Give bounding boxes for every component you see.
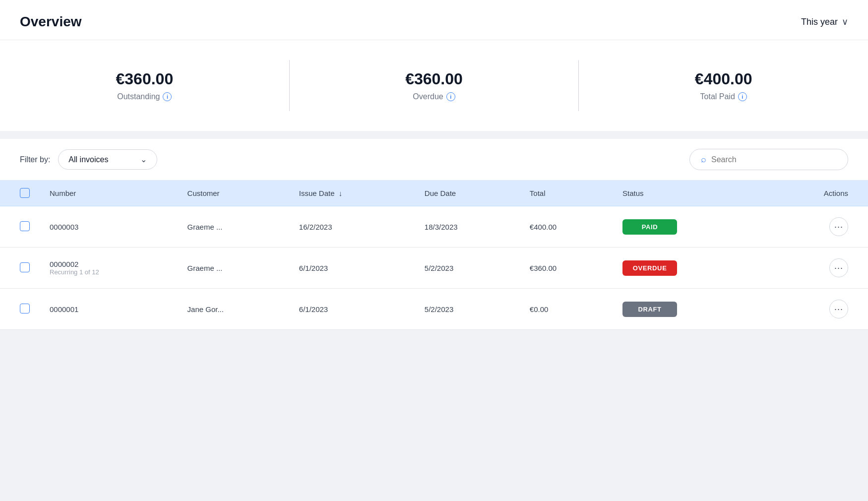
filter-left: Filter by: All invoices ⌄	[20, 149, 157, 170]
actions-button-2[interactable]: ···	[829, 300, 848, 318]
column-issue-date[interactable]: Issue Date ↓	[289, 180, 415, 206]
filter-dropdown-value: All invoices	[68, 155, 108, 164]
row-number: 0000003	[40, 206, 178, 248]
row-total: €0.00	[520, 289, 613, 330]
total-paid-info-icon[interactable]: i	[738, 92, 747, 101]
column-due-date: Due Date	[415, 180, 520, 206]
row-status: PAID	[613, 206, 760, 248]
row-actions: ···	[760, 206, 868, 248]
page-container: Overview This year ∨ €360.00 Outstanding…	[0, 0, 868, 501]
row-status: DRAFT	[613, 289, 760, 330]
row-issue-date: 6/1/2023	[289, 289, 415, 330]
column-number: Number	[40, 180, 178, 206]
overdue-amount: €360.00	[405, 70, 463, 88]
table-section: Number Customer Issue Date ↓ Due Date To…	[0, 180, 868, 330]
row-checkbox-cell	[0, 206, 40, 248]
invoice-table: Number Customer Issue Date ↓ Due Date To…	[0, 180, 868, 330]
page-title: Overview	[20, 14, 82, 30]
outstanding-label: Outstanding i	[117, 92, 172, 101]
column-actions: Actions	[760, 180, 868, 206]
table-row: 0000003 Graeme ... 16/2/2023 18/3/2023 €…	[0, 206, 868, 248]
outstanding-amount: €360.00	[116, 70, 174, 88]
row-checkbox-cell	[0, 248, 40, 289]
actions-button-1[interactable]: ···	[829, 258, 848, 277]
filter-bar: Filter by: All invoices ⌄ ⌕	[0, 139, 868, 180]
sort-arrow-icon: ↓	[339, 189, 343, 197]
row-due-date: 5/2/2023	[415, 248, 520, 289]
search-box: ⌕	[689, 149, 848, 170]
row-status: OVERDUE	[613, 248, 760, 289]
stat-outstanding: €360.00 Outstanding i	[0, 60, 289, 111]
total-paid-amount: €400.00	[695, 70, 752, 88]
column-customer: Customer	[178, 180, 289, 206]
row-actions: ···	[760, 289, 868, 330]
filter-by-label: Filter by:	[20, 155, 50, 164]
overview-header: Overview This year ∨	[0, 0, 868, 40]
table-row: 0000002 Recurring 1 of 12 Graeme ... 6/1…	[0, 248, 868, 289]
checkbox-header	[0, 180, 40, 206]
stat-overdue: €360.00 Overdue i	[289, 60, 579, 111]
status-badge: OVERDUE	[622, 260, 677, 276]
row-checkbox-cell	[0, 289, 40, 330]
filter-dropdown[interactable]: All invoices ⌄	[58, 149, 157, 170]
row-issue-date: 16/2/2023	[289, 206, 415, 248]
year-filter-button[interactable]: This year ∨	[801, 16, 848, 27]
actions-button-0[interactable]: ···	[829, 217, 848, 236]
row-number: 0000002 Recurring 1 of 12	[40, 248, 178, 289]
search-icon: ⌕	[701, 154, 706, 165]
row-total: €360.00	[520, 248, 613, 289]
row-actions: ···	[760, 248, 868, 289]
row-due-date: 18/3/2023	[415, 206, 520, 248]
row-issue-date: 6/1/2023	[289, 248, 415, 289]
overdue-label: Overdue i	[413, 92, 455, 101]
row-total: €400.00	[520, 206, 613, 248]
row-checkbox-0[interactable]	[20, 221, 30, 231]
select-all-checkbox[interactable]	[20, 188, 30, 198]
row-customer: Graeme ...	[178, 248, 289, 289]
column-total: Total	[520, 180, 613, 206]
status-badge: PAID	[622, 219, 677, 235]
outstanding-info-icon[interactable]: i	[163, 92, 172, 101]
stats-section: €360.00 Outstanding i €360.00 Overdue i …	[0, 40, 868, 131]
chevron-down-icon: ⌄	[140, 155, 147, 164]
table-row: 0000001 Jane Gor... 6/1/2023 5/2/2023 €0…	[0, 289, 868, 330]
year-filter-label: This year	[801, 17, 838, 27]
overdue-info-icon[interactable]: i	[446, 92, 455, 101]
row-customer: Jane Gor...	[178, 289, 289, 330]
row-customer: Graeme ...	[178, 206, 289, 248]
chevron-down-icon: ∨	[842, 16, 848, 27]
row-due-date: 5/2/2023	[415, 289, 520, 330]
row-checkbox-1[interactable]	[20, 262, 30, 272]
column-status: Status	[613, 180, 760, 206]
total-paid-label: Total Paid i	[700, 92, 747, 101]
status-badge: DRAFT	[622, 302, 677, 317]
search-input[interactable]	[711, 155, 837, 164]
row-checkbox-2[interactable]	[20, 304, 30, 313]
table-header-row: Number Customer Issue Date ↓ Due Date To…	[0, 180, 868, 206]
row-number: 0000001	[40, 289, 178, 330]
stat-total-paid: €400.00 Total Paid i	[578, 60, 868, 111]
